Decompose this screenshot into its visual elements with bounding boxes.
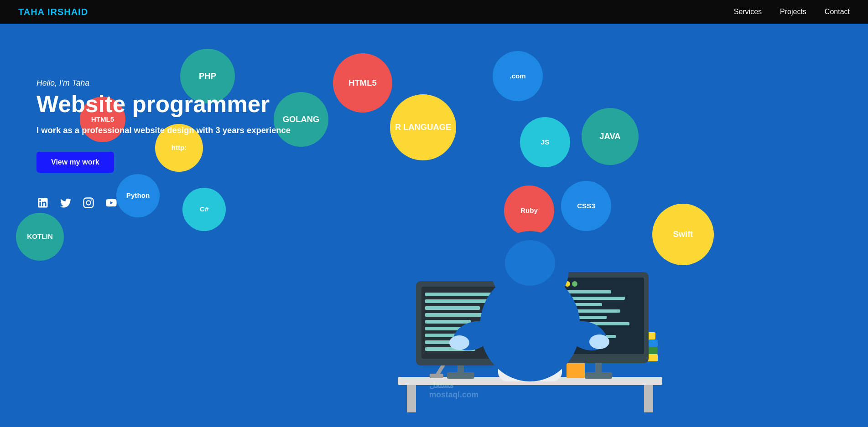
nav-link-services[interactable]: Services bbox=[734, 8, 762, 15]
svg-rect-25 bbox=[425, 320, 471, 324]
svg-rect-2 bbox=[644, 385, 653, 412]
nav-brand: TAHA IRSHAID bbox=[18, 7, 88, 17]
nav-item-contact[interactable]: Contact bbox=[825, 8, 850, 16]
view-work-button[interactable]: View my work bbox=[36, 152, 114, 173]
hero-subtitle: I work as a professional website design … bbox=[36, 125, 291, 135]
svg-rect-30 bbox=[585, 372, 612, 379]
svg-point-36 bbox=[572, 281, 577, 287]
svg-point-53 bbox=[505, 240, 555, 286]
nav-link-contact[interactable]: Contact bbox=[825, 8, 850, 15]
programmer-illustration bbox=[370, 108, 690, 427]
navbar: TAHA IRSHAID Services Projects Contact bbox=[0, 0, 868, 24]
svg-rect-11 bbox=[430, 374, 443, 378]
tech-bubble-com: .com bbox=[493, 51, 543, 101]
svg-point-50 bbox=[449, 335, 469, 350]
instagram-icon[interactable] bbox=[82, 196, 95, 209]
svg-rect-12 bbox=[567, 361, 585, 378]
svg-rect-23 bbox=[425, 306, 480, 310]
tech-bubble-html5: HTML5 bbox=[333, 53, 392, 113]
nav-links: Services Projects Contact bbox=[734, 8, 850, 16]
svg-point-51 bbox=[589, 334, 609, 349]
svg-rect-31 bbox=[595, 362, 602, 373]
svg-rect-17 bbox=[447, 372, 474, 379]
twitter-icon[interactable] bbox=[59, 196, 72, 209]
social-icons bbox=[36, 196, 291, 209]
linkedin-icon[interactable] bbox=[36, 196, 49, 209]
svg-rect-21 bbox=[425, 293, 494, 296]
hero-greeting: Hello, I'm Taha bbox=[36, 78, 291, 88]
youtube-icon[interactable] bbox=[105, 196, 118, 209]
hero-text: Hello, I'm Taha Website programmer I wor… bbox=[36, 78, 291, 209]
tech-bubble-kotlin: KOTLIN bbox=[16, 213, 64, 261]
hero-section: PHPHTML5.comHTML5http:GOLANGR LANGUAGEJS… bbox=[0, 24, 868, 427]
nav-item-projects[interactable]: Projects bbox=[780, 8, 806, 16]
nav-item-services[interactable]: Services bbox=[734, 8, 762, 16]
nav-link-projects[interactable]: Projects bbox=[780, 8, 806, 15]
svg-rect-1 bbox=[407, 385, 416, 412]
hero-title: Website programmer bbox=[36, 92, 291, 117]
